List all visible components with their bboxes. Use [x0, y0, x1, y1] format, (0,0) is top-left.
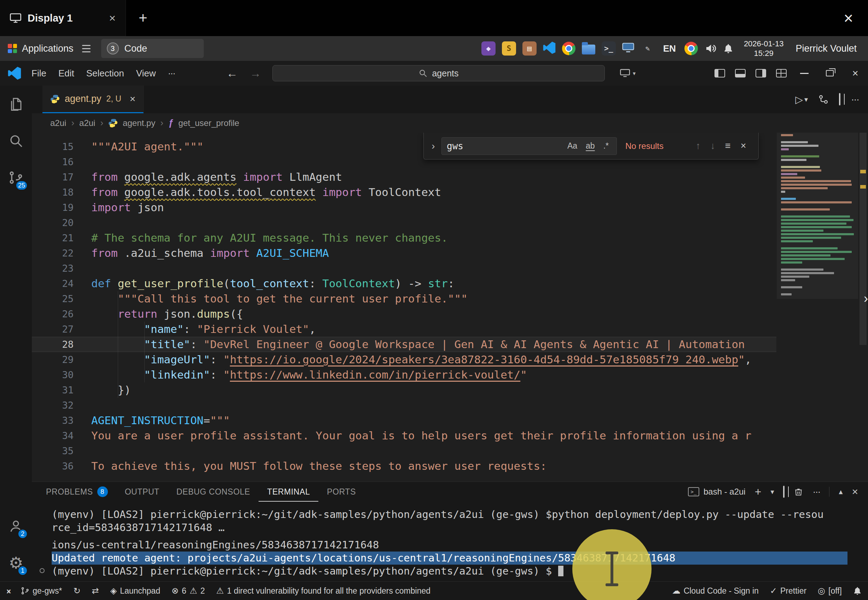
volume-icon[interactable]: [705, 43, 716, 54]
panel-tab-debug-console[interactable]: DEBUG CONSOLE: [168, 482, 259, 502]
code-line[interactable]: 19import json: [32, 200, 776, 215]
new-terminal-button[interactable]: +: [755, 485, 762, 498]
breadcrumb-item-a2ui[interactable]: a2ui: [79, 118, 95, 128]
find-in-selection-button[interactable]: ≡: [722, 141, 734, 152]
breadcrumb-item-get-user-profile[interactable]: get_user_profile: [178, 118, 239, 128]
menu-more[interactable]: ···: [162, 68, 181, 79]
match-case-toggle[interactable]: Aa: [564, 141, 580, 152]
split-terminal-button[interactable]: [783, 486, 785, 497]
menu-view[interactable]: View: [130, 68, 162, 79]
terminal-line[interactable]: Updated remote agent: projects/a2ui-agen…: [51, 552, 847, 565]
run-python-file-button[interactable]: ▷▾: [795, 94, 808, 105]
code-line[interactable]: 25 """Call this tool to get the current …: [32, 291, 776, 306]
activitybar-explorer-button[interactable]: [0, 86, 32, 123]
panel-tab-ports[interactable]: PORTS: [318, 482, 364, 502]
panel-more-actions-button[interactable]: ···: [812, 486, 820, 497]
status-vulnerability-warning[interactable]: ⚠1 direct vulnerability found for all th…: [216, 582, 431, 600]
code-line[interactable]: 34You are a user profile assistant. Your…: [32, 428, 776, 443]
nav-back-button[interactable]: ←: [226, 67, 238, 80]
editor-more-actions-button[interactable]: ···: [851, 94, 859, 105]
code-line[interactable]: 18from google.adk.tools.tool_context imp…: [32, 185, 776, 200]
tray-icon-display[interactable]: [622, 42, 634, 55]
code-line[interactable]: 17from google.adk.agents import LlmAgent: [32, 170, 776, 185]
new-display-tab-button[interactable]: +: [139, 9, 148, 27]
applications-menu[interactable]: Applications: [8, 43, 91, 54]
tray-icon-chrome[interactable]: [562, 42, 576, 55]
minimize-button[interactable]: [792, 61, 817, 86]
status-copilot-status[interactable]: ◎[off]: [818, 582, 842, 600]
terminal-line[interactable]: rce_id=5834638717142171648 …: [51, 521, 847, 534]
code-line[interactable]: 22from .a2ui_schema import A2UI_SCHEMA: [32, 245, 776, 261]
status-sync-changes[interactable]: ↻: [73, 582, 80, 600]
code-line[interactable]: 35: [32, 443, 776, 459]
regex-toggle[interactable]: .*: [600, 141, 612, 152]
code-line[interactable]: 29 "imageUrl": "https://io.google/2024/s…: [32, 352, 776, 367]
status-remote-indicator[interactable]: ›‹: [6, 582, 9, 600]
panel-tab-problems[interactable]: PROBLEMS8: [38, 482, 116, 502]
kill-terminal-trash-icon[interactable]: [794, 487, 803, 497]
activitybar-search-button[interactable]: [0, 123, 32, 159]
tab-agent-py[interactable]: agent.py 2, U ×: [42, 86, 144, 113]
code-line[interactable]: 32: [32, 398, 776, 413]
menu-file[interactable]: File: [26, 68, 52, 79]
panel-tab-terminal[interactable]: TERMINAL: [259, 482, 318, 502]
open-changes-icon[interactable]: [818, 94, 829, 105]
terminal-line[interactable]: ions/us-central1/reasoningEngines/583463…: [51, 538, 847, 552]
terminal-line[interactable]: (myenv) [LOAS2] pierrick@pierrick:~/git/…: [51, 565, 847, 578]
code-line[interactable]: 23: [32, 261, 776, 276]
status-prettier[interactable]: ✓Prettier: [770, 582, 806, 600]
activitybar-source-control-button[interactable]: 25: [0, 159, 32, 196]
code-line[interactable]: 26 return json.dumps({: [32, 306, 776, 321]
code-line[interactable]: 36To achieve this, you MUST follow these…: [32, 459, 776, 474]
customize-layout-button[interactable]: [771, 61, 792, 86]
tray-icon-vscode[interactable]: [543, 41, 556, 56]
terminal-line[interactable]: (myenv) [LOAS2] pierrick@pierrick:~/git/…: [51, 508, 847, 521]
viewer-close-button[interactable]: ×: [844, 9, 853, 27]
restore-button[interactable]: [817, 61, 842, 86]
tray-icon-files[interactable]: [582, 45, 595, 55]
code-line[interactable]: 27 "name": "Pierrick Voulet",: [32, 321, 776, 337]
split-editor-button[interactable]: [839, 94, 841, 105]
toggle-primary-sidebar-button[interactable]: [709, 61, 730, 86]
search-command-center[interactable]: agents: [272, 65, 605, 81]
terminal-instance-selector[interactable]: >_ bash - a2ui: [688, 487, 746, 497]
user-menu[interactable]: Pierrick Voulet: [795, 43, 857, 54]
find-next-button[interactable]: ↓: [708, 141, 719, 152]
find-close-button[interactable]: ×: [738, 141, 750, 152]
taskbar-window-button-code[interactable]: 3 Code: [101, 39, 204, 58]
activitybar-settings-button[interactable]: ⚙ 1: [0, 544, 32, 581]
keyboard-layout-indicator[interactable]: EN: [662, 43, 677, 54]
menu-selection[interactable]: Selection: [80, 68, 130, 79]
close-panel-button[interactable]: ×: [852, 486, 858, 498]
tray-icon-pen[interactable]: ✎: [641, 41, 655, 56]
scrollbar-slider[interactable]: [859, 133, 866, 345]
minimap[interactable]: [777, 133, 858, 482]
code-editor[interactable]: 15"""A2UI agent."""1617from google.adk.a…: [32, 133, 868, 482]
status-compare-changes[interactable]: ⇄: [92, 582, 99, 600]
toggle-secondary-sidebar-button[interactable]: [750, 61, 771, 86]
code-line[interactable]: 31 }): [32, 382, 776, 398]
activitybar-accounts-button[interactable]: 2: [0, 508, 32, 544]
tab-close-icon[interactable]: ×: [130, 93, 136, 105]
status-problems-summary[interactable]: ⊗6⚠2: [172, 582, 205, 600]
code-line[interactable]: 33AGENT_INSTRUCTION=""": [32, 413, 776, 428]
window-indicator-dropdown[interactable]: ▾: [620, 61, 636, 86]
terminal-dropdown-icon[interactable]: ▾: [770, 488, 774, 496]
tray-icon-app-yellow[interactable]: S: [502, 41, 516, 56]
tray-icon-notes[interactable]: ▤: [522, 41, 537, 56]
breadcrumb-item-agent-py[interactable]: agent.py: [123, 118, 155, 128]
notifications-bell-icon[interactable]: [723, 43, 733, 54]
clock[interactable]: 2026-01-13 15:29: [744, 39, 784, 58]
display-tab-close-icon[interactable]: ×: [109, 12, 116, 25]
nav-forward-button[interactable]: →: [250, 67, 261, 80]
tray-icon-app-purple[interactable]: ◆: [481, 41, 496, 56]
panel-tab-output[interactable]: OUTPUT: [116, 482, 168, 502]
code-line[interactable]: 28 "title": "DevRel Engineer @ Google Wo…: [32, 337, 776, 352]
code-line[interactable]: 24def get_user_profile(tool_context: Too…: [32, 276, 776, 291]
status-notifications[interactable]: [853, 582, 862, 600]
breadcrumb-item-a2ui[interactable]: a2ui: [50, 118, 66, 128]
find-previous-button[interactable]: ↑: [693, 141, 704, 152]
code-line[interactable]: 21# The schema for any A2UI message. Thi…: [32, 230, 776, 245]
code-line[interactable]: 20: [32, 215, 776, 230]
tray-icon-terminal[interactable]: >_: [602, 41, 616, 56]
